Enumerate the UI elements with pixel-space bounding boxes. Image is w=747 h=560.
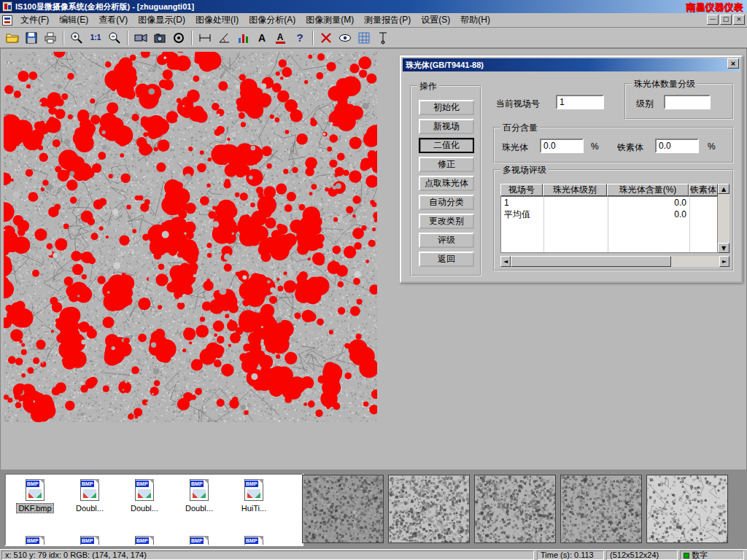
file-name[interactable]: Doubl...	[129, 504, 160, 513]
file-item[interactable]: BMP	[63, 536, 116, 546]
menu-image-processing[interactable]: 图像处理(I)	[190, 12, 244, 28]
binarize-button[interactable]: 二值化	[419, 138, 474, 153]
toolbar-separator	[312, 31, 314, 45]
col-field-no[interactable]: 视场号	[500, 184, 543, 196]
return-button[interactable]: 返回	[419, 252, 474, 267]
thumbnail-4[interactable]	[560, 475, 642, 543]
operation-group-label: 操作	[417, 81, 439, 91]
file-item[interactable]: BMP	[228, 536, 280, 546]
thumbnail-1[interactable]	[302, 475, 384, 543]
rating-table[interactable]: 1 0.0 平均值 0.0	[500, 196, 718, 253]
pearlite-percent-input[interactable]	[540, 139, 584, 153]
bmp-file-icon: BMP	[190, 536, 209, 546]
document-icon[interactable]	[2, 15, 12, 26]
file-name[interactable]: HuiTi...	[240, 504, 268, 513]
title-bar[interactable]: IS100显微摄像系统(金相分析版) - [zhuguangti01]	[0, 0, 747, 13]
file-browser[interactable]: BMP DKF.bmp BMP Doubl... BMP Doubl... BM…	[4, 473, 303, 546]
file-name[interactable]: DKF.bmp	[16, 503, 53, 513]
correct-button[interactable]: 修正	[419, 157, 474, 172]
file-item[interactable]: BMP	[118, 536, 171, 546]
menu-image-display[interactable]: 图像显示(D)	[133, 12, 190, 28]
col-pearlite-content[interactable]: 珠光体含量(%)	[607, 184, 689, 196]
measure-width-button[interactable]	[196, 29, 214, 47]
menu-edit[interactable]: 编辑(E)	[54, 12, 93, 28]
menu-file[interactable]: 文件(F)	[15, 12, 54, 28]
dialog-title-bar[interactable]: 珠光体(GB/T9441-88)	[403, 58, 740, 71]
scroll-right-arrow[interactable]: ►	[719, 256, 729, 267]
menu-settings[interactable]: 设置(S)	[416, 12, 455, 28]
ferrite-percent-input[interactable]	[655, 139, 699, 153]
pick-pearlite-button[interactable]: 点取珠光体	[419, 176, 474, 191]
open-file-button[interactable]	[4, 29, 21, 47]
table-row[interactable]: 1 0.0	[501, 197, 717, 209]
file-item[interactable]: BMP HuiTi...	[228, 479, 280, 514]
thumbnail-3[interactable]	[474, 475, 556, 543]
lens-button[interactable]	[170, 29, 187, 47]
rate-button[interactable]: 评级	[419, 233, 474, 248]
question-icon: ?	[293, 31, 307, 45]
print-button[interactable]	[42, 29, 59, 47]
zoom-in-button[interactable]	[68, 29, 85, 47]
dialog-close-button[interactable]: ×	[727, 58, 739, 69]
grade-input[interactable]	[664, 95, 711, 109]
col-pearlite-grade[interactable]: 珠光体级别	[543, 184, 607, 196]
measure-angle-button[interactable]	[215, 29, 233, 47]
text-annotate-button[interactable]: A	[253, 29, 271, 47]
file-name[interactable]: Doubl...	[74, 504, 105, 513]
pearlite-dialog[interactable]: 珠光体(GB/T9441-88) × 操作 初始化 新视场 二值化 修正 点取珠…	[400, 55, 743, 283]
bar-chart-icon	[236, 31, 250, 45]
init-button[interactable]: 初始化	[419, 100, 474, 115]
current-field-input[interactable]	[556, 95, 604, 109]
menu-measure-report[interactable]: 测量报告(P)	[359, 12, 416, 28]
file-item[interactable]: BMP Doubl...	[118, 479, 171, 514]
menu-image-measure[interactable]: 图像测量(M)	[301, 12, 359, 28]
preview-button[interactable]	[336, 29, 354, 47]
zoom-out-button[interactable]	[106, 29, 123, 47]
metallographic-image[interactable]	[4, 52, 377, 422]
file-item[interactable]: BMP Doubl...	[63, 479, 116, 514]
file-item[interactable]: BMP Doubl...	[173, 479, 225, 514]
table-row[interactable]: 平均值 0.0	[501, 209, 717, 220]
camera-capture-button[interactable]	[151, 29, 169, 47]
mdi-restore-button[interactable]: □	[720, 15, 732, 25]
scroll-down-arrow[interactable]: ▼	[718, 243, 729, 253]
table-vertical-scrollbar[interactable]: ▲ ▼	[718, 184, 729, 253]
scroll-up-arrow[interactable]: ▲	[718, 184, 729, 194]
help-button[interactable]: ?	[291, 29, 309, 47]
new-field-button[interactable]: 新视场	[419, 119, 474, 134]
app-icon	[2, 1, 12, 12]
col-ferrite[interactable]: 铁素体	[689, 184, 718, 196]
menu-view[interactable]: 查看(V)	[93, 12, 133, 28]
thumbnail-5[interactable]	[646, 475, 728, 543]
thumbnail-2[interactable]	[388, 475, 470, 543]
file-name[interactable]: Doubl...	[184, 504, 214, 513]
chart-button[interactable]	[234, 29, 252, 47]
percent-group-label: 百分含量	[500, 122, 540, 133]
menu-image-analysis[interactable]: 图像分析(A)	[244, 12, 301, 28]
calibration-button[interactable]	[374, 29, 392, 47]
cell-grade	[543, 209, 608, 220]
video-capture-button[interactable]	[132, 29, 150, 47]
file-item[interactable]: BMP	[9, 536, 61, 546]
file-item[interactable]: BMP	[173, 536, 225, 546]
table-horizontal-scrollbar[interactable]: ◄ ►	[500, 256, 729, 267]
actual-size-button[interactable]: 1:1	[87, 29, 104, 47]
toolbar-separator	[191, 31, 193, 45]
grade-label: 级别	[636, 98, 654, 110]
save-icon	[24, 31, 39, 45]
auto-classify-button[interactable]: 自动分类	[419, 195, 474, 210]
scroll-left-arrow[interactable]: ◄	[500, 256, 511, 267]
delete-annotation-button[interactable]	[317, 29, 335, 47]
grid-button[interactable]	[355, 29, 373, 47]
menu-bar: 文件(F) 编辑(E) 查看(V) 图像显示(D) 图像处理(I) 图像分析(A…	[0, 13, 747, 28]
save-button[interactable]	[23, 29, 40, 47]
menu-help[interactable]: 帮助(H)	[455, 12, 495, 28]
change-class-button[interactable]: 更改类别	[419, 214, 474, 229]
mdi-close-button[interactable]: ×	[733, 15, 745, 25]
file-item[interactable]: BMP DKF.bmp	[9, 479, 61, 514]
angle-icon	[217, 31, 231, 45]
mdi-minimize-button[interactable]: —	[707, 15, 719, 25]
font-color-button[interactable]: A	[272, 29, 290, 47]
scroll-thumb[interactable]	[511, 256, 671, 267]
grade-group: 珠光体数量分级 级别	[624, 83, 734, 120]
